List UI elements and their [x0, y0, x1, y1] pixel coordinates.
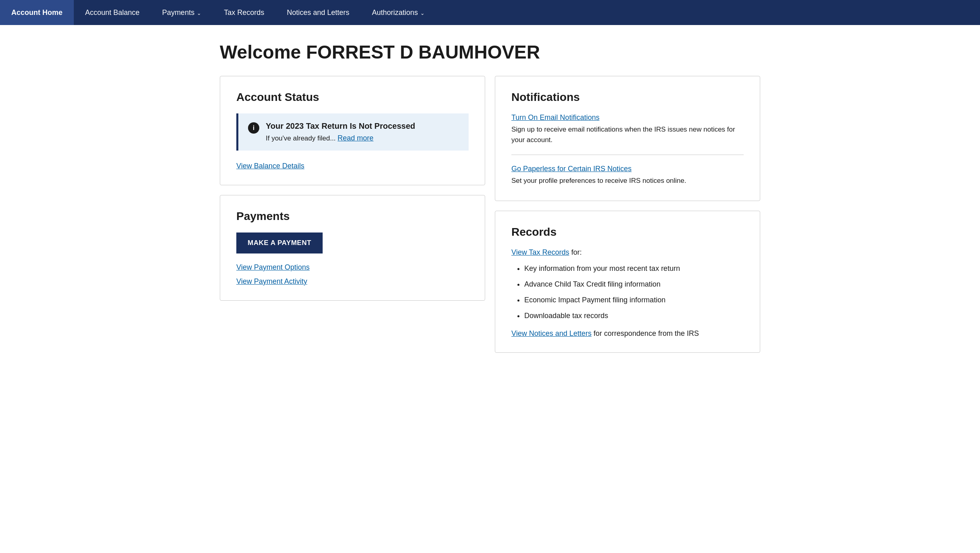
make-payment-button[interactable]: MAKE A PAYMENT [236, 233, 323, 253]
payment-links: View Payment Options View Payment Activi… [236, 263, 469, 286]
page-wrapper: Welcome FORREST D BAUMHOVER Account Stat… [196, 25, 784, 377]
payments-title: Payments [236, 210, 469, 223]
list-item: Downloadable tax records [524, 310, 744, 321]
email-notification-desc: Sign up to receive email notifications w… [511, 124, 744, 145]
nav-authorizations-label: Authorizations [372, 8, 418, 17]
notification-paperless: Go Paperless for Certain IRS Notices Set… [511, 165, 744, 186]
nav-tax-records[interactable]: Tax Records [213, 0, 275, 25]
account-status-title: Account Status [236, 91, 469, 104]
view-notices-link[interactable]: View Notices and Letters [511, 329, 592, 337]
view-balance-link[interactable]: View Balance Details [236, 162, 304, 170]
read-more-link[interactable]: Read more [338, 134, 373, 142]
list-item: Advance Child Tax Credit filing informat… [524, 279, 744, 290]
alert-title: Your 2023 Tax Return Is Not Processed [266, 121, 415, 131]
records-intro: View Tax Records for: [511, 248, 744, 257]
payments-card: Payments MAKE A PAYMENT View Payment Opt… [220, 195, 485, 301]
content-grid: Account Status i Your 2023 Tax Return Is… [220, 76, 760, 353]
records-footer-suffix: for correspondence from the IRS [594, 329, 699, 337]
right-col: Notifications Turn On Email Notification… [495, 76, 760, 353]
nav-payments-label: Payments [162, 8, 194, 17]
list-item: Economic Impact Payment filing informati… [524, 295, 744, 306]
nav-account-balance[interactable]: Account Balance [74, 0, 151, 25]
alert-body-prefix: If you've already filed... [266, 134, 336, 142]
alert-body: If you've already filed... Read more [266, 134, 415, 142]
records-footer: View Notices and Letters for corresponde… [511, 329, 744, 338]
turn-on-email-link[interactable]: Turn On Email Notifications [511, 113, 599, 121]
list-item: Key information from your most recent ta… [524, 263, 744, 274]
view-payment-activity-link[interactable]: View Payment Activity [236, 277, 469, 286]
main-nav: Account Home Account Balance Payments ⌄ … [0, 0, 980, 25]
alert-content: Your 2023 Tax Return Is Not Processed If… [266, 121, 415, 142]
notifications-title: Notifications [511, 91, 744, 104]
notifications-section: Turn On Email Notifications Sign up to r… [511, 113, 744, 186]
info-icon: i [248, 122, 259, 134]
records-list: Key information from your most recent ta… [511, 263, 744, 321]
welcome-heading: Welcome FORREST D BAUMHOVER [220, 41, 760, 63]
view-payment-options-link[interactable]: View Payment Options [236, 263, 469, 272]
chevron-down-icon: ⌄ [197, 10, 201, 16]
records-title: Records [511, 226, 744, 239]
records-intro-suffix: for: [571, 248, 582, 256]
view-tax-records-link[interactable]: View Tax Records [511, 248, 569, 256]
nav-payments[interactable]: Payments ⌄ [151, 0, 213, 25]
notification-email: Turn On Email Notifications Sign up to r… [511, 113, 744, 155]
chevron-down-icon-auth: ⌄ [420, 10, 425, 16]
tax-return-alert: i Your 2023 Tax Return Is Not Processed … [236, 113, 469, 151]
nav-notices-letters[interactable]: Notices and Letters [275, 0, 361, 25]
notifications-card: Notifications Turn On Email Notification… [495, 76, 760, 201]
nav-authorizations[interactable]: Authorizations ⌄ [361, 0, 436, 25]
nav-account-home[interactable]: Account Home [0, 0, 74, 25]
paperless-desc: Set your profile preferences to receive … [511, 176, 744, 186]
left-col: Account Status i Your 2023 Tax Return Is… [220, 76, 485, 353]
go-paperless-link[interactable]: Go Paperless for Certain IRS Notices [511, 165, 632, 173]
records-card: Records View Tax Records for: Key inform… [495, 211, 760, 353]
account-status-card: Account Status i Your 2023 Tax Return Is… [220, 76, 485, 185]
